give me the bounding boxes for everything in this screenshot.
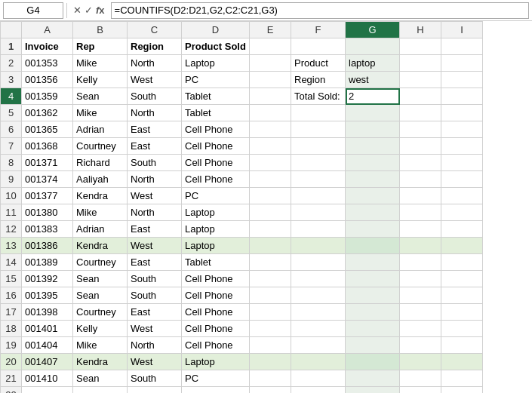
cell-F1[interactable] — [291, 38, 346, 55]
cell-A17[interactable]: 001398 — [22, 304, 73, 321]
cell-G7[interactable] — [346, 138, 400, 155]
cell-H12[interactable] — [400, 221, 441, 238]
cell-A13[interactable]: 001386 — [22, 238, 73, 254]
cell-F17[interactable] — [291, 304, 346, 321]
cell-A18[interactable]: 001401 — [22, 321, 73, 337]
cell-C7[interactable]: East — [128, 138, 182, 155]
cell-G14[interactable] — [346, 254, 400, 271]
cell-A22[interactable] — [22, 387, 73, 394]
cell-B9[interactable]: Aaliyah — [73, 171, 128, 188]
cell-B19[interactable]: Mike — [73, 337, 128, 354]
cell-D1[interactable]: Product Sold — [182, 38, 250, 55]
cell-E12[interactable] — [250, 221, 291, 238]
cell-E5[interactable] — [250, 105, 291, 121]
cell-F15[interactable] — [291, 271, 346, 287]
cell-A11[interactable]: 001380 — [22, 204, 73, 221]
cell-D2[interactable]: Laptop — [182, 55, 250, 72]
col-header-h[interactable]: H — [400, 22, 441, 38]
cell-H21[interactable] — [400, 370, 441, 387]
cell-D11[interactable]: Laptop — [182, 204, 250, 221]
cell-I14[interactable] — [441, 254, 483, 271]
col-header-e[interactable]: E — [250, 22, 291, 38]
cell-C12[interactable]: East — [128, 221, 182, 238]
cell-G9[interactable] — [346, 171, 400, 188]
cell-B6[interactable]: Adrian — [73, 121, 128, 138]
cell-D9[interactable]: Cell Phone — [182, 171, 250, 188]
cell-E1[interactable] — [250, 38, 291, 55]
cell-D5[interactable]: Tablet — [182, 105, 250, 121]
cell-B21[interactable]: Sean — [73, 370, 128, 387]
cell-F9[interactable] — [291, 171, 346, 188]
grid-container[interactable]: A B C D E F G H I 1InvoiceRepRegionProdu… — [0, 21, 532, 393]
cell-H19[interactable] — [400, 337, 441, 354]
cell-E20[interactable] — [250, 354, 291, 370]
row-header-5[interactable]: 5 — [1, 105, 22, 121]
cell-F5[interactable] — [291, 105, 346, 121]
row-header-2[interactable]: 2 — [1, 55, 22, 72]
cell-B12[interactable]: Adrian — [73, 221, 128, 238]
cell-B13[interactable]: Kendra — [73, 238, 128, 254]
cell-D22[interactable] — [182, 387, 250, 394]
row-header-3[interactable]: 3 — [1, 72, 22, 88]
cell-G12[interactable] — [346, 221, 400, 238]
cell-C10[interactable]: West — [128, 188, 182, 204]
cancel-icon[interactable]: ✕ — [73, 5, 81, 16]
row-header-4[interactable]: 4 — [1, 88, 22, 105]
name-box[interactable] — [3, 2, 63, 19]
row-header-21[interactable]: 21 — [1, 370, 22, 387]
row-header-9[interactable]: 9 — [1, 171, 22, 188]
cell-F11[interactable] — [291, 204, 346, 221]
row-header-19[interactable]: 19 — [1, 337, 22, 354]
fx-icon[interactable]: fx — [96, 5, 105, 16]
cell-G21[interactable] — [346, 370, 400, 387]
row-header-6[interactable]: 6 — [1, 121, 22, 138]
cell-F14[interactable] — [291, 254, 346, 271]
cell-C9[interactable]: North — [128, 171, 182, 188]
cell-C5[interactable]: North — [128, 105, 182, 121]
cell-F7[interactable] — [291, 138, 346, 155]
cell-D4[interactable]: Tablet — [182, 88, 250, 105]
cell-B11[interactable]: Mike — [73, 204, 128, 221]
cell-C18[interactable]: West — [128, 321, 182, 337]
cell-H6[interactable] — [400, 121, 441, 138]
cell-E14[interactable] — [250, 254, 291, 271]
col-header-i[interactable]: I — [441, 22, 483, 38]
cell-I21[interactable] — [441, 370, 483, 387]
cell-A5[interactable]: 001362 — [22, 105, 73, 121]
cell-E22[interactable] — [250, 387, 291, 394]
cell-F20[interactable] — [291, 354, 346, 370]
col-header-a[interactable]: A — [22, 22, 73, 38]
confirm-icon[interactable]: ✓ — [85, 5, 93, 16]
cell-B5[interactable]: Mike — [73, 105, 128, 121]
cell-G17[interactable] — [346, 304, 400, 321]
cell-H18[interactable] — [400, 321, 441, 337]
cell-E16[interactable] — [250, 287, 291, 304]
row-header-12[interactable]: 12 — [1, 221, 22, 238]
col-header-g[interactable]: G — [346, 22, 400, 38]
cell-D16[interactable]: Cell Phone — [182, 287, 250, 304]
cell-G4[interactable]: 2 — [346, 88, 400, 105]
cell-I7[interactable] — [441, 138, 483, 155]
cell-F22[interactable] — [291, 387, 346, 394]
cell-C17[interactable]: East — [128, 304, 182, 321]
row-header-7[interactable]: 7 — [1, 138, 22, 155]
cell-D10[interactable]: PC — [182, 188, 250, 204]
cell-E18[interactable] — [250, 321, 291, 337]
cell-G16[interactable] — [346, 287, 400, 304]
cell-E10[interactable] — [250, 188, 291, 204]
cell-A3[interactable]: 001356 — [22, 72, 73, 88]
cell-I13[interactable] — [441, 238, 483, 254]
cell-C22[interactable] — [128, 387, 182, 394]
cell-F16[interactable] — [291, 287, 346, 304]
cell-G22[interactable] — [346, 387, 400, 394]
cell-C2[interactable]: North — [128, 55, 182, 72]
cell-G11[interactable] — [346, 204, 400, 221]
row-header-10[interactable]: 10 — [1, 188, 22, 204]
cell-D13[interactable]: Laptop — [182, 238, 250, 254]
cell-C3[interactable]: West — [128, 72, 182, 88]
cell-B7[interactable]: Courtney — [73, 138, 128, 155]
row-header-17[interactable]: 17 — [1, 304, 22, 321]
row-header-15[interactable]: 15 — [1, 271, 22, 287]
cell-B8[interactable]: Richard — [73, 155, 128, 171]
cell-I4[interactable] — [441, 88, 483, 105]
